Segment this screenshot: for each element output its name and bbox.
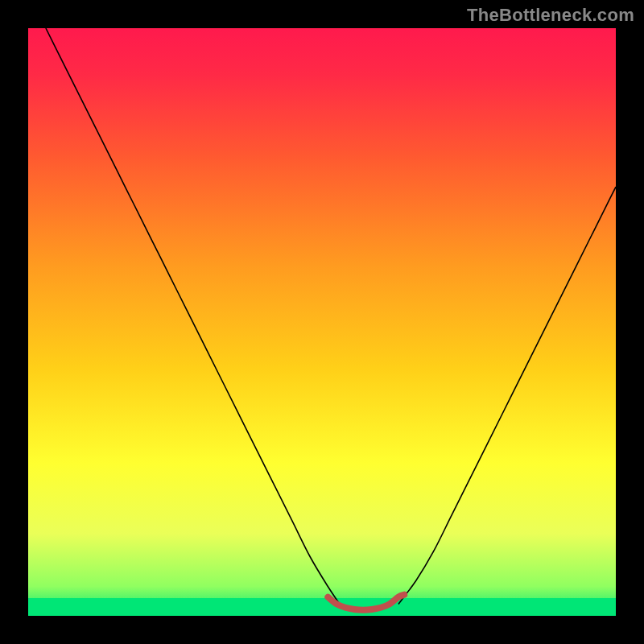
bottleneck-chart-svg xyxy=(28,28,616,616)
chart-frame: TheBottleneck.com xyxy=(0,0,644,644)
plot-area xyxy=(28,28,616,616)
gradient-background xyxy=(28,28,616,616)
green-bottom-band xyxy=(28,598,616,616)
watermark-text: TheBottleneck.com xyxy=(467,5,634,26)
